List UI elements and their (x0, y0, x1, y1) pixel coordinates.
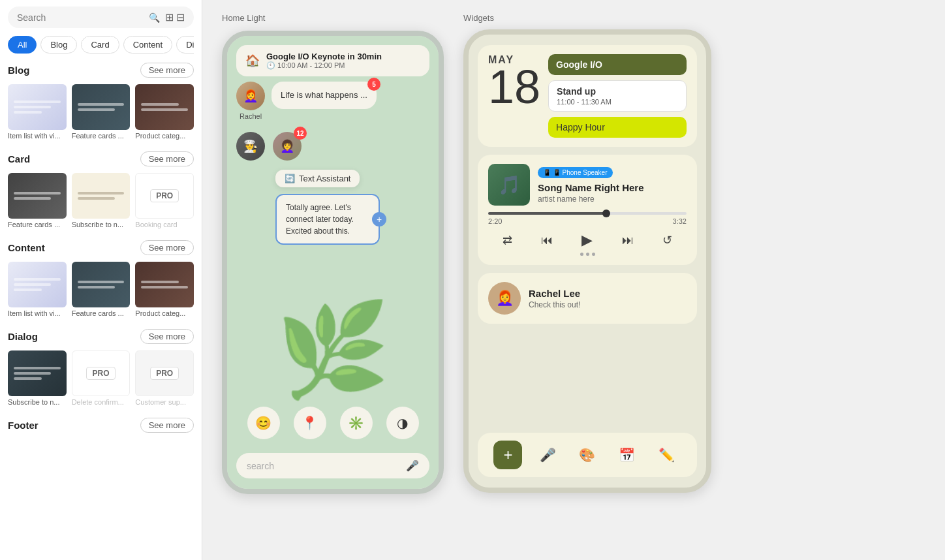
search-icon: 🔍 (149, 12, 160, 23)
filter-content[interactable]: Content (123, 36, 173, 54)
widgets-section: Widgets MAY 18 Google I/O Stand up 11:00… (463, 13, 711, 547)
blog-section-header: Blog See more (8, 63, 194, 78)
list-item[interactable]: Subscribe to n... (72, 173, 131, 228)
music-times: 2:20 3:32 (488, 217, 687, 225)
prev-button[interactable]: ⏮ (541, 234, 553, 247)
grid-9-icon[interactable]: ⊟ (176, 11, 185, 23)
list-item[interactable]: PRO Booking card (135, 173, 194, 228)
sparkle-icon[interactable]: ✳️ (340, 407, 373, 439)
music-progress-dot (602, 210, 610, 217)
widgets-label: Widgets (463, 13, 711, 23)
list-item[interactable]: Feature cards ... (72, 262, 131, 317)
badge-2: 12 (294, 127, 307, 140)
list-item[interactable]: Product categ... (135, 262, 194, 317)
add-icon[interactable]: + (372, 212, 386, 226)
palette-button[interactable]: 🎨 (573, 441, 602, 469)
filter-tabs: All Blog Card Content Dialo (8, 36, 194, 54)
blog-title: Blog (8, 65, 29, 76)
text-assistant-label: Text Assistant (299, 174, 350, 183)
cal-event-happy[interactable]: Happy Hour (548, 117, 687, 138)
phone-search-bar[interactable]: search 🎤 (236, 453, 429, 478)
phone-section: Home Light 🏠 Google I/O Keynote in 30min… (222, 13, 444, 547)
phone-notification[interactable]: 🏠 Google I/O Keynote in 30min 🕙 10:00 AM… (236, 45, 429, 76)
edit-button[interactable]: ✏️ (653, 441, 681, 469)
filter-card[interactable]: Card (81, 36, 119, 54)
music-progress-bar[interactable] (488, 212, 687, 215)
list-item[interactable]: PRO Customer sup... (135, 350, 194, 406)
list-item[interactable]: Item list with vi... (8, 84, 67, 140)
chat-row-1: 👩‍🦰 Rachel Life is what happens ... 5 (236, 82, 429, 120)
contrast-icon[interactable]: ◑ (386, 407, 419, 439)
dialog-see-more[interactable]: See more (140, 329, 194, 344)
search-bar[interactable]: 🔍 ⊞ ⊟ (8, 7, 194, 28)
music-widget[interactable]: 🎵 📱 📱 Phone Speaker Song Name Right Here… (478, 155, 697, 265)
msg-avatar: 👩‍🦰 (488, 282, 521, 315)
footer-see-more[interactable]: See more (140, 418, 194, 433)
blog-see-more[interactable]: See more (140, 63, 194, 78)
dialog-section-header: Dialog See more (8, 329, 194, 344)
card-grid: Feature cards ... Subscribe to n... PRO … (8, 173, 194, 228)
cal-event-standup[interactable]: Stand up 11:00 - 11:30 AM (548, 80, 687, 112)
next-button[interactable]: ⏭ (622, 234, 634, 247)
footer-title: Footer (8, 420, 39, 431)
card-see-more[interactable]: See more (140, 151, 194, 166)
chat-area: 👩‍🦰 Rachel Life is what happens ... 5 👨‍… (236, 82, 429, 245)
list-item[interactable]: Product categ... (135, 84, 194, 140)
cal-day: 18 (488, 63, 540, 110)
cal-events: Google I/O Stand up 11:00 - 11:30 AM Hap… (548, 54, 687, 138)
search-input[interactable] (17, 12, 145, 23)
filter-dialog[interactable]: Dialo (176, 36, 194, 54)
list-item[interactable]: Feature cards ... (8, 173, 67, 228)
filter-all[interactable]: All (8, 36, 37, 54)
message-widget[interactable]: 👩‍🦰 Rachel Lee Check this out! (478, 273, 697, 324)
chat-bubble-1[interactable]: Life is what happens ... 5 (271, 82, 377, 109)
grid-4-icon[interactable]: ⊞ (165, 11, 174, 23)
mic-button[interactable]: 🎤 (533, 441, 562, 469)
location-icon[interactable]: 📍 (294, 407, 326, 439)
music-controls: ⇄ ⏮ ▶ ⏭ ↺ (488, 232, 687, 249)
emoji-icon[interactable]: 😊 (247, 407, 280, 439)
action-bar: + 🎤 🎨 📅 ✏️ (478, 433, 697, 477)
flower-decoration: 🌿 (276, 296, 390, 404)
music-time-current: 2:20 (488, 217, 502, 225)
music-page-dots (488, 253, 687, 256)
dialog-title: Dialog (8, 331, 38, 342)
chat-name: Rachel (240, 112, 262, 120)
add-button[interactable]: + (493, 441, 522, 469)
text-assistant-popup[interactable]: 🔄 Text Assistant (275, 170, 360, 187)
widget-phone-frame: MAY 18 Google I/O Stand up 11:00 - 11:30… (463, 29, 711, 493)
msg-text: Check this out! (529, 300, 687, 309)
calendar-widget[interactable]: MAY 18 Google I/O Stand up 11:00 - 11:30… (478, 45, 697, 147)
blog-grid: Item list with vi... Feature cards ... P… (8, 84, 194, 140)
refresh-icon: 🔄 (285, 174, 295, 183)
repeat-button[interactable]: ↺ (662, 233, 672, 247)
mic-icon[interactable]: 🎤 (406, 459, 419, 472)
shuffle-button[interactable]: ⇄ (503, 233, 512, 247)
phone-label: Home Light (222, 13, 265, 23)
calendar-button[interactable]: 📅 (613, 441, 642, 469)
list-item[interactable]: Subscribe to n... (8, 350, 67, 406)
play-button[interactable]: ▶ (581, 232, 593, 249)
list-item[interactable]: PRO Delete confirm... (72, 350, 131, 406)
music-output-badge: 📱 📱 Phone Speaker (538, 167, 613, 178)
typing-bubble[interactable]: Totally agree. Let's connect later today… (275, 194, 380, 245)
content-see-more[interactable]: See more (140, 240, 194, 255)
cal-event-google[interactable]: Google I/O (548, 54, 687, 75)
music-progress-fill (488, 212, 607, 215)
list-item[interactable]: Item list with vi... (8, 262, 67, 317)
msg-sender-name: Rachel Lee (529, 288, 687, 299)
sidebar: 🔍 ⊞ ⊟ All Blog Card Content Dialo Blog S… (0, 0, 202, 560)
phone-frame: 🏠 Google I/O Keynote in 30min 🕙 10:00 AM… (222, 31, 444, 494)
main-content: Home Light 🏠 Google I/O Keynote in 30min… (202, 0, 945, 560)
filter-blog[interactable]: Blog (40, 36, 77, 54)
typing-text: Totally agree. Let's connect later today… (286, 203, 354, 236)
home-icon: 🏠 (245, 54, 260, 68)
list-item[interactable]: Feature cards ... (72, 84, 131, 140)
music-title: Song Name Right Here (538, 182, 687, 193)
avatar: 👨‍🍳 (236, 132, 265, 161)
content-title: Content (8, 242, 45, 253)
notification-text: Google I/O Keynote in 30min 🕙 10:00 AM -… (266, 52, 420, 70)
dot-1 (580, 253, 583, 256)
chat-row-2: 👨‍🍳 👩‍🦱 12 (236, 132, 429, 161)
phone-bottom-icons: 😊 📍 ✳️ ◑ (227, 407, 439, 439)
